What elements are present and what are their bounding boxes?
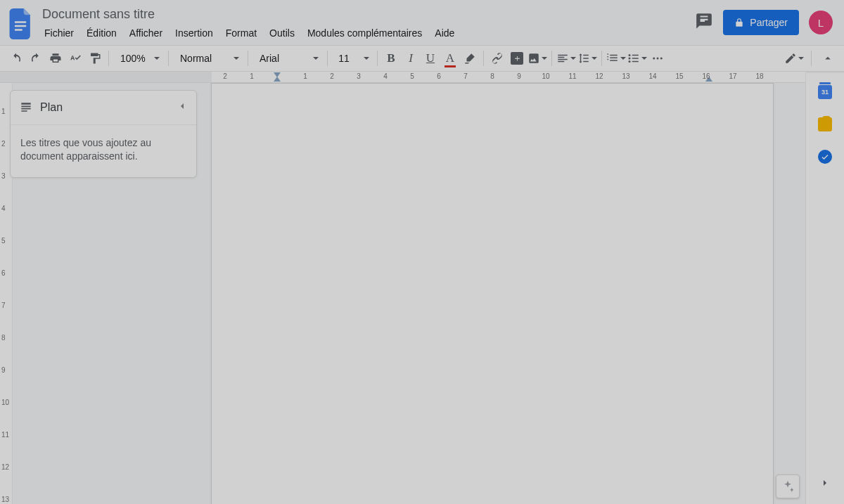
menu-edit[interactable]: Édition: [82, 25, 122, 41]
share-label: Partager: [750, 17, 788, 28]
svg-rect-0: [15, 21, 27, 22]
collapse-outline-button[interactable]: [177, 101, 188, 115]
caret-down-icon: [234, 57, 239, 60]
caret-down-icon: [542, 57, 547, 60]
expand-sidepanel-button[interactable]: [819, 477, 831, 491]
italic-button[interactable]: I: [402, 49, 420, 67]
paragraph-style-select[interactable]: Normal: [173, 49, 243, 67]
calendar-addon-icon[interactable]: 31: [817, 84, 833, 100]
share-button[interactable]: Partager: [723, 10, 799, 35]
comments-icon[interactable]: [695, 12, 713, 33]
paint-format-button[interactable]: [86, 49, 104, 67]
svg-rect-2: [15, 29, 23, 30]
caret-down-icon: [570, 57, 576, 60]
caret-down-icon: [313, 57, 319, 60]
svg-point-8: [660, 58, 663, 60]
style-value: Normal: [180, 53, 212, 64]
editing-mode-button[interactable]: [784, 49, 804, 67]
svg-point-6: [653, 58, 655, 60]
menu-format[interactable]: Format: [221, 25, 262, 41]
insert-comment-button[interactable]: ＋: [508, 49, 526, 67]
insert-image-button[interactable]: [528, 49, 547, 67]
spellcheck-button[interactable]: [66, 49, 84, 67]
svg-point-5: [629, 60, 631, 63]
separator: [168, 51, 169, 66]
workspace: 1 2 3 4 5 6 7 8 9 10 11 12 13 Plan Les t…: [0, 83, 805, 504]
insert-link-button[interactable]: [488, 49, 506, 67]
menu-file[interactable]: Fichier: [39, 25, 79, 41]
app-header: Document sans titre Fichier Édition Affi…: [0, 0, 844, 45]
side-panel: 31: [805, 73, 844, 504]
caret-down-icon: [592, 57, 597, 60]
caret-down-icon: [154, 57, 160, 60]
outline-header: Plan: [11, 91, 196, 125]
separator: [377, 51, 378, 66]
separator: [811, 51, 812, 66]
font-size-select[interactable]: 11: [332, 49, 373, 67]
font-size-value: 11: [338, 53, 350, 64]
document-page[interactable]: [211, 83, 774, 504]
redo-button[interactable]: [27, 49, 45, 67]
account-avatar[interactable]: L: [809, 11, 833, 34]
collapse-toolbar-button[interactable]: [819, 49, 837, 67]
separator: [551, 51, 552, 66]
outline-empty-text: Les titres que vous ajoutez au document …: [11, 125, 196, 177]
docs-logo-icon[interactable]: [7, 6, 35, 42]
svg-point-4: [629, 58, 631, 60]
caret-down-icon: [364, 57, 369, 60]
zoom-select[interactable]: 100%: [113, 49, 164, 67]
explore-button[interactable]: [776, 474, 800, 498]
horizontal-ruler[interactable]: 2 1 1 2 3 4 5 6 7 8 9 10 11 12 13 14 15 …: [0, 72, 844, 83]
header-right: Partager L: [695, 6, 837, 35]
plus-icon: ＋: [511, 52, 523, 65]
font-value: Arial: [260, 53, 279, 64]
menu-insert[interactable]: Insertion: [170, 25, 218, 41]
lock-icon: [734, 18, 744, 27]
align-button[interactable]: [556, 49, 576, 67]
caret-down-icon: [620, 57, 626, 60]
separator: [327, 51, 328, 66]
underline-button[interactable]: U: [421, 49, 440, 67]
zoom-value: 100%: [120, 53, 146, 64]
numbered-list-button[interactable]: [606, 49, 626, 67]
highlight-button[interactable]: [461, 49, 479, 67]
menu-bar: Fichier Édition Afficher Insertion Forma…: [39, 25, 695, 41]
svg-rect-1: [15, 25, 27, 27]
separator: [248, 51, 248, 66]
outline-icon: [19, 101, 33, 115]
keep-addon-icon[interactable]: [817, 117, 833, 132]
title-block: Document sans titre Fichier Édition Affi…: [35, 6, 695, 41]
outline-title: Plan: [40, 101, 63, 114]
caret-down-icon: [798, 57, 804, 60]
outline-panel: Plan Les titres que vous ajoutez au docu…: [10, 90, 197, 178]
caret-down-icon: [641, 57, 647, 60]
document-title[interactable]: Document sans titre: [39, 6, 158, 23]
separator: [483, 51, 484, 66]
tasks-addon-icon[interactable]: [817, 149, 833, 164]
bulleted-list-button[interactable]: [627, 49, 647, 67]
menu-view[interactable]: Afficher: [124, 25, 167, 41]
bold-button[interactable]: B: [382, 49, 400, 67]
svg-point-7: [657, 58, 659, 60]
separator: [601, 51, 602, 66]
toolbar: 100% Normal Arial 11 B I U A ＋: [0, 45, 844, 72]
font-family-select[interactable]: Arial: [252, 49, 323, 67]
indent-marker-left-bottom-icon[interactable]: [274, 77, 281, 82]
undo-button[interactable]: [7, 49, 25, 67]
more-button[interactable]: [648, 49, 667, 67]
svg-point-3: [629, 54, 631, 56]
separator: [108, 51, 109, 66]
print-button[interactable]: [46, 49, 65, 67]
text-color-button[interactable]: A: [441, 49, 459, 67]
menu-addons[interactable]: Modules complémentaires: [302, 25, 427, 41]
menu-help[interactable]: Aide: [430, 25, 459, 41]
menu-tools[interactable]: Outils: [264, 25, 300, 41]
line-spacing-button[interactable]: [577, 49, 597, 67]
